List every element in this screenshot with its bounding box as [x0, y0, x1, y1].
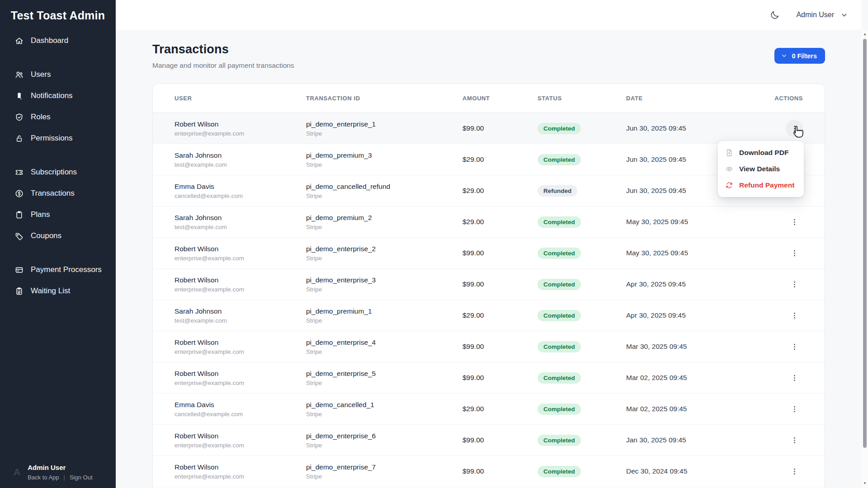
row-actions-button[interactable] [786, 276, 803, 293]
row-actions-button[interactable] [786, 463, 803, 480]
eye-icon [725, 165, 733, 173]
sidebar-item-plans[interactable]: Plans [0, 204, 116, 225]
user-name: Robert Wilson [175, 120, 306, 128]
transaction-id: pi_demo_enterprise_5 [306, 370, 462, 378]
status-badge: Completed [538, 123, 581, 134]
user-email: enterprise@example.com [175, 442, 306, 449]
payment-processor: Stripe [306, 380, 462, 386]
filters-button-label: 0 Filters [792, 52, 817, 60]
sidebar-item-roles[interactable]: Roles [0, 107, 116, 128]
amount: $99.00 [462, 467, 538, 475]
scrollbar-down-arrow[interactable]: ▼ [862, 480, 868, 487]
transaction-id: pi_demo_enterprise_2 [306, 245, 462, 253]
row-actions-button[interactable] [786, 244, 803, 262]
lock-icon [14, 134, 24, 143]
row-actions-button[interactable] [786, 432, 803, 449]
user-name: Robert Wilson [175, 338, 306, 347]
ellipsis-vertical-icon [790, 343, 799, 351]
menu-item-view-details[interactable]: View Details [718, 161, 804, 177]
sidebar-item-label: Waiting List [31, 286, 70, 296]
sign-out-link[interactable]: Sign Out [70, 474, 93, 481]
sidebar-item-dashboard[interactable]: Dashboard [0, 30, 116, 52]
amount: $99.00 [462, 124, 538, 132]
menu-item-refund-payment[interactable]: Refund Payment [718, 177, 804, 193]
row-actions-button[interactable] [786, 120, 803, 137]
sidebar-item-permissions[interactable]: Permissions [0, 128, 116, 149]
transaction-id: pi_demo_enterprise_7 [306, 463, 462, 471]
table-row: Robert Wilson enterprise@example.com pi_… [153, 425, 825, 456]
status-badge: Completed [538, 279, 581, 290]
transaction-id: pi_demo_premium_1 [306, 307, 462, 315]
user-email: enterprise@example.com [175, 348, 306, 355]
amount: $99.00 [462, 249, 538, 257]
user-name: Robert Wilson [175, 463, 306, 471]
sidebar-nav: Dashboard Users Notifications Roles Perm… [0, 26, 116, 302]
nav-section-heading [0, 52, 116, 64]
user-name: Sarah Johnson [175, 214, 306, 222]
scrollbar-thumb[interactable] [863, 39, 867, 448]
scrollbar-up-arrow[interactable]: ▲ [862, 31, 868, 38]
credit-card-icon [14, 265, 24, 275]
dark-mode-toggle[interactable] [767, 7, 783, 23]
table-row: Robert Wilson enterprise@example.com pi_… [153, 331, 825, 362]
row-actions-button[interactable] [786, 369, 803, 386]
filters-button[interactable]: 0 Filters [774, 48, 825, 64]
sidebar-footer: A Admin User Back to App | Sign Out [14, 464, 93, 481]
transaction-id: pi_demo_enterprise_6 [306, 432, 462, 440]
ellipsis-vertical-icon [790, 218, 799, 226]
refund-icon [725, 181, 733, 189]
user-name: Emma Davis [175, 401, 306, 409]
sidebar-item-users[interactable]: Users [0, 64, 116, 85]
transaction-date: May 30, 2025 09:45 [626, 218, 783, 226]
nav-section-heading [0, 247, 116, 259]
column-header-status: STATUS [538, 95, 626, 102]
row-actions-button[interactable] [786, 307, 803, 324]
amount: $99.00 [462, 374, 538, 382]
transaction-id: pi_demo_enterprise_4 [306, 338, 462, 347]
status-badge: Refunded [538, 185, 577, 197]
sidebar-item-label: Users [31, 70, 51, 79]
link-separator: | [64, 474, 65, 481]
row-actions-button[interactable] [786, 400, 803, 418]
user-name: Robert Wilson [175, 432, 306, 440]
sidebar-item-label: Coupons [31, 231, 61, 240]
table-row: Sarah Johnson test@example.com pi_demo_p… [153, 206, 825, 238]
amount: $29.00 [462, 155, 538, 164]
home-icon [14, 36, 24, 46]
menu-item-download-pdf[interactable]: Download PDF [718, 145, 804, 161]
amount: $29.00 [462, 405, 538, 413]
sidebar-item-label: Dashboard [31, 36, 68, 45]
table-row: Emma Davis cancelled@example.com pi_demo… [153, 394, 825, 425]
sidebar-item-label: Permissions [31, 134, 73, 143]
amount: $29.00 [462, 311, 538, 319]
table-row: Sarah Johnson test@example.com pi_demo_p… [153, 300, 825, 331]
user-email: cancelled@example.com [175, 411, 306, 418]
transaction-date: Mar 30, 2025 09:45 [626, 343, 783, 351]
back-to-app-link[interactable]: Back to App [28, 474, 59, 481]
chevron-down-icon [781, 52, 788, 59]
top-bar: Admin User [116, 0, 862, 30]
clipboard-icon [14, 210, 24, 220]
clipboard-list-icon [14, 286, 24, 296]
user-email: cancelled@example.com [175, 192, 306, 199]
payment-processor: Stripe [306, 161, 462, 168]
status-badge: Completed [538, 216, 581, 228]
user-email: enterprise@example.com [175, 130, 306, 137]
ticket-icon [14, 168, 24, 177]
row-actions-button[interactable] [786, 338, 803, 355]
sidebar-item-payment-processors[interactable]: Payment Processors [0, 259, 116, 281]
sidebar-item-coupons[interactable]: Coupons [0, 225, 116, 247]
sidebar-item-label: Plans [31, 210, 50, 219]
sidebar-item-waiting-list[interactable]: Waiting List [0, 281, 116, 302]
row-actions-button[interactable] [786, 213, 803, 230]
vertical-scrollbar: ▲ ▼ [862, 30, 868, 488]
sidebar-item-subscriptions[interactable]: Subscriptions [0, 162, 116, 183]
sidebar-item-notifications[interactable]: Notifications [0, 85, 116, 107]
payment-processor: Stripe [306, 286, 462, 293]
sidebar-item-label: Notifications [31, 91, 73, 100]
sidebar-item-transactions[interactable]: Transactions [0, 183, 116, 204]
payment-processor: Stripe [306, 473, 462, 480]
payment-processor: Stripe [306, 130, 462, 137]
header-user-menu[interactable]: Admin User [796, 11, 848, 19]
table-row: Robert Wilson enterprise@example.com pi_… [153, 362, 825, 394]
